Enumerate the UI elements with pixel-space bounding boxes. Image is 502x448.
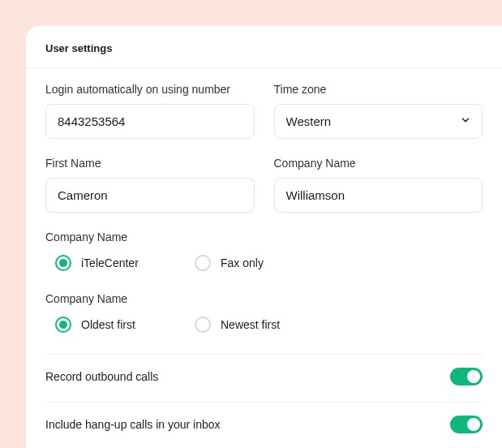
divider	[45, 402, 483, 403]
time-zone-select[interactable]	[274, 104, 483, 139]
radio-newest-first[interactable]: Newest first	[195, 317, 308, 333]
login-number-field: Login automatically on using number	[45, 83, 255, 139]
radio-fax-only[interactable]: Fax only	[195, 255, 308, 271]
radio-icon	[55, 255, 71, 271]
include-hangup-toggle[interactable]	[450, 416, 483, 433]
radio-label: Fax only	[221, 256, 264, 269]
first-name-label: First Name	[45, 157, 255, 170]
panel-body: Login automatically on using number Time…	[26, 68, 502, 448]
radio-oldest-first[interactable]: Oldest first	[55, 317, 169, 333]
radio-group-1: iTeleCenter Fax only	[45, 255, 483, 271]
first-name-field: First Name	[45, 157, 255, 213]
radio-itelecenter[interactable]: iTeleCenter	[55, 255, 169, 271]
radio-icon	[195, 255, 211, 271]
toggle-row-include-hangup: Include hang-up calls in your inbox	[45, 404, 483, 445]
toggle-label: Include hang-up calls in your inbox	[45, 418, 221, 431]
company-name-input[interactable]	[274, 178, 483, 213]
first-name-input[interactable]	[45, 178, 255, 213]
company-name-label: Company Name	[274, 157, 483, 170]
page-title: User settings	[26, 26, 502, 68]
time-zone-field: Time zone	[274, 83, 483, 139]
radio-label: Newest first	[221, 318, 280, 331]
radio-group-2-label: Company Name	[45, 292, 483, 305]
radio-label: iTeleCenter	[81, 256, 139, 269]
radio-icon	[195, 317, 211, 333]
radio-label: Oldest first	[81, 318, 135, 331]
login-number-input[interactable]	[45, 104, 255, 139]
time-zone-label: Time zone	[274, 83, 483, 96]
toggle-label: Record outbound calls	[45, 370, 158, 383]
toggle-row-record-outbound: Record outbound calls	[45, 356, 483, 397]
radio-icon	[55, 317, 71, 333]
radio-group-2: Oldest first Newest first	[45, 317, 483, 333]
radio-group-1-label: Company Name	[45, 230, 483, 243]
divider	[45, 354, 483, 355]
login-number-label: Login automatically on using number	[45, 83, 255, 96]
settings-panel: User settings Login automatically on usi…	[26, 26, 502, 448]
company-name-field: Company Name	[274, 157, 483, 213]
record-outbound-toggle[interactable]	[450, 368, 483, 386]
